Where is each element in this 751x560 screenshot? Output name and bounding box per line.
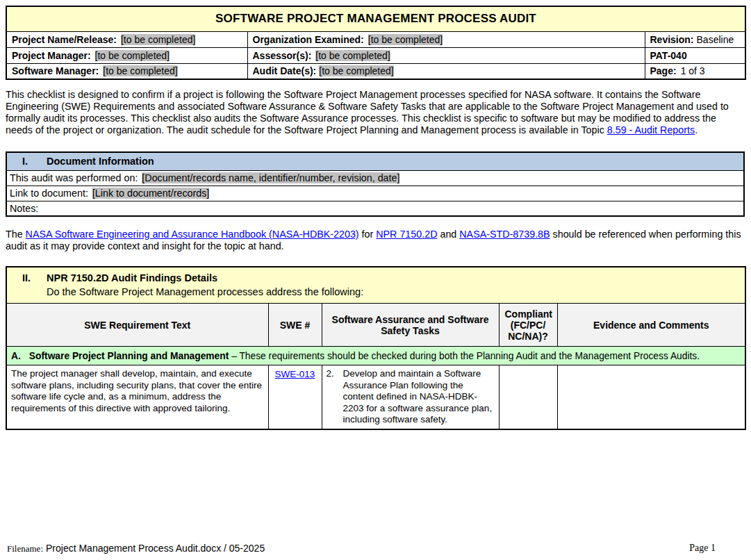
group-description: – These requirements should be checked d…	[229, 351, 700, 361]
link-to-document-label: Link to document:	[10, 188, 88, 199]
col-header-sa-tasks: Software Assurance and Software Safety T…	[322, 304, 499, 347]
group-title: Software Project Planning and Management	[29, 351, 229, 361]
document-page: SOFTWARE PROJECT MANAGEMENT PROCESS AUDI…	[0, 0, 751, 560]
findings-header-row: SWE Requirement Text SWE # Software Assu…	[6, 304, 745, 347]
audit-reports-link[interactable]: 8.59 - Audit Reports	[607, 124, 695, 135]
software-manager-label: Software Manager:	[12, 65, 99, 76]
section1-table: I.Document Information This audit was pe…	[6, 151, 745, 217]
task-number: 2.	[327, 368, 343, 426]
audit-performed-on-row: This audit was performed on:[Document/re…	[6, 170, 744, 186]
organization-examined-label: Organization Examined:	[253, 34, 364, 45]
document-title: SOFTWARE PROJECT MANAGEMENT PROCESS AUDI…	[6, 6, 745, 31]
page-count-value: 1 of 3	[681, 65, 705, 76]
section1-header: I.Document Information	[6, 152, 744, 170]
footer-filename: Filename:Project Management Process Audi…	[7, 543, 265, 554]
revision-value: Baseline	[697, 34, 734, 45]
footer-page-number: Page 1	[689, 543, 716, 554]
section2-number: II.	[7, 272, 47, 283]
section2-subtitle: Do the Software Project Management proce…	[7, 286, 745, 297]
section1-heading: Document Information	[47, 156, 154, 167]
task-text: Develop and maintain a Software Assuranc…	[343, 368, 496, 426]
swe-013-link[interactable]: SWE-013	[275, 369, 315, 379]
swe-number-cell: SWE-013	[268, 365, 322, 429]
revision-label: Revision:	[650, 34, 694, 45]
sa-task-cell: 2.Develop and maintain a Software Assura…	[322, 365, 499, 429]
assessors-field[interactable]: [to be completed]	[315, 50, 390, 61]
col-header-swe-requirement: SWE Requirement Text	[6, 304, 268, 347]
section2-header: II.NPR 7150.2D Audit Findings Details Do…	[6, 267, 745, 304]
link-to-document-row: Link to document:[Link to document/recor…	[6, 186, 744, 201]
audit-performed-on-field[interactable]: [Document/records name, identifier/numbe…	[142, 172, 399, 183]
col-header-compliant: Compliant (FC/PC/ NC/NA)?	[499, 304, 557, 347]
section2-table: II.NPR 7150.2D Audit Findings Details Do…	[6, 266, 746, 430]
organization-examined-field[interactable]: [to be completed]	[368, 34, 443, 45]
reference-mid1-text: for	[359, 229, 377, 240]
pat-number: PAT-040	[650, 50, 687, 61]
evidence-cell[interactable]	[557, 365, 745, 429]
project-manager-field[interactable]: [to be completed]	[95, 50, 170, 61]
audit-dates-field[interactable]: [to be completed]	[319, 65, 393, 76]
audit-performed-on-label: This audit was performed on:	[10, 172, 138, 183]
document-header-table: SOFTWARE PROJECT MANAGEMENT PROCESS AUDI…	[6, 6, 746, 80]
page-count-label: Page:	[650, 65, 677, 76]
project-name-field[interactable]: [to be completed]	[121, 34, 195, 45]
filename-value: Project Management Process Audit.docx / …	[46, 543, 265, 554]
group-letter: A.	[11, 351, 21, 361]
compliant-cell[interactable]	[499, 365, 557, 429]
reference-mid2-text: and	[437, 229, 459, 240]
intro-suffix: .	[695, 124, 698, 135]
handbook-link[interactable]: NASA Software Engineering and Assurance …	[26, 229, 359, 240]
col-header-evidence: Evidence and Comments	[557, 304, 745, 347]
notes-label: Notes:	[10, 203, 38, 214]
project-manager-label: Project Manager:	[12, 50, 91, 61]
meta-row-1: Project Name/Release:[to be completed] O…	[6, 31, 745, 47]
npr-7150-link[interactable]: NPR 7150.2D	[376, 229, 437, 240]
link-to-document-field[interactable]: [Link to document/records]	[92, 188, 209, 199]
intro-paragraph: This checklist is designed to confirm if…	[6, 89, 745, 136]
assessors-label: Assessor(s):	[253, 50, 312, 61]
nasa-std-link[interactable]: NASA-STD-8739.8B	[459, 229, 550, 240]
section2-heading: NPR 7150.2D Audit Findings Details	[47, 272, 217, 283]
project-name-label: Project Name/Release:	[12, 34, 117, 45]
filename-label: Filename:	[7, 543, 43, 554]
table-row: The project manager shall develop, maint…	[6, 365, 745, 429]
meta-row-3: Software Manager:[to be completed] Audit…	[6, 63, 745, 79]
section1-number: I.	[7, 156, 47, 167]
audit-dates-label: Audit Date(s):	[253, 65, 317, 76]
requirement-text-cell: The project manager shall develop, maint…	[6, 365, 268, 429]
reference-pre-text: The	[6, 229, 26, 240]
col-header-swe-number: SWE #	[268, 304, 322, 347]
group-row-a: A.Software Project Planning and Manageme…	[6, 347, 745, 365]
meta-row-2: Project Manager:[to be completed] Assess…	[6, 47, 745, 63]
notes-row[interactable]: Notes:	[6, 201, 744, 216]
reference-paragraph: The NASA Software Engineering and Assura…	[6, 229, 745, 252]
software-manager-field[interactable]: [to be completed]	[103, 65, 177, 76]
